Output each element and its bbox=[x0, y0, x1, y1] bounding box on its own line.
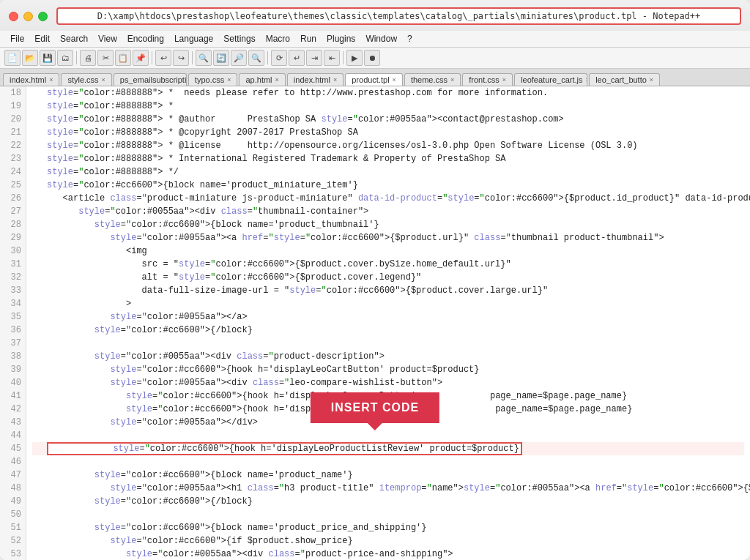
code-line-51: style="color:#cc6600">{block name='produ… bbox=[32, 521, 744, 534]
code-line-31: src = "style="color:#cc6600">{$product.c… bbox=[32, 258, 744, 271]
code-line-22: style="color:#888888"> * @license http:/… bbox=[32, 139, 744, 152]
code-line-45: style="color:#cc6600">{hook h='displayLe… bbox=[32, 442, 744, 455]
toolbar-record[interactable]: ⏺ bbox=[364, 50, 380, 66]
toolbar-saveall[interactable]: 🗂 bbox=[57, 50, 73, 66]
code-line-35: style="color:#0055aa"></a> bbox=[32, 310, 744, 324]
toolbar-sync[interactable]: ⟳ bbox=[271, 50, 287, 66]
insert-code-button[interactable]: INSERT CODE bbox=[311, 392, 439, 423]
close-button[interactable] bbox=[9, 12, 18, 21]
tab-style-css[interactable]: style.css × bbox=[61, 73, 111, 86]
toolbar-wrap[interactable]: ↵ bbox=[289, 50, 305, 66]
code-line-18: style="color:#888888"> * needs please re… bbox=[32, 86, 744, 100]
menu-settings[interactable]: Settings bbox=[219, 32, 259, 45]
tab-close-4[interactable]: × bbox=[227, 76, 231, 83]
tab-ap-html[interactable]: ap.html × bbox=[239, 73, 285, 86]
toolbar-open[interactable]: 📂 bbox=[22, 50, 38, 66]
toolbar-find[interactable]: 🔍 bbox=[196, 50, 212, 66]
traffic-lights bbox=[9, 12, 48, 21]
tab-leo-cart-btn[interactable]: leo_cart_butto × bbox=[589, 73, 660, 86]
code-line-29: style="color:#0055aa"><a href="style="co… bbox=[32, 231, 744, 244]
toolbar-print[interactable]: 🖨 bbox=[80, 50, 96, 66]
tab-close-8[interactable]: × bbox=[450, 76, 454, 83]
code-line-32: alt = "style="color:#cc6600">{$product.c… bbox=[32, 271, 744, 284]
menu-view[interactable]: View bbox=[94, 32, 122, 45]
menu-encoding[interactable]: Encoding bbox=[123, 32, 168, 45]
toolbar-macro[interactable]: ▶ bbox=[346, 50, 363, 66]
tab-close-1[interactable]: × bbox=[49, 76, 53, 83]
menu-window[interactable]: Window bbox=[361, 32, 401, 45]
tab-close-6[interactable]: × bbox=[333, 76, 337, 83]
tab-front-css[interactable]: front.css × bbox=[462, 73, 513, 86]
tab-product-tpl[interactable]: product.tpl × bbox=[345, 73, 403, 86]
code-line-46 bbox=[32, 455, 744, 468]
tab-close-7[interactable]: × bbox=[393, 76, 396, 83]
tab-close-11[interactable]: × bbox=[650, 76, 653, 83]
code-line-38: ■ style="color:#0055aa"><div class="prod… bbox=[32, 350, 744, 363]
menu-language[interactable]: Language bbox=[170, 32, 218, 45]
toolbar-undo[interactable]: ↩ bbox=[155, 50, 171, 66]
tab-typo-css[interactable]: typo.css × bbox=[188, 73, 238, 86]
code-line-21: style="color:#888888"> * @copyright 2007… bbox=[32, 126, 744, 139]
tab-leofeature-cart[interactable]: leofeature_cart.js × bbox=[514, 73, 587, 86]
line-numbers: 1819202122232425262728293031323334353637… bbox=[0, 86, 26, 560]
tab-bar: index.html × style.css × ps_emailsubscri… bbox=[0, 69, 750, 86]
code-line-25: style="color:#cc6600">{block name='produ… bbox=[32, 179, 744, 192]
editor-container[interactable]: 1819202122232425262728293031323334353637… bbox=[0, 86, 750, 560]
toolbar: 📄 📂 💾 🗂 🖨 ✂ 📋 📌 ↩ ↪ 🔍 🔄 🔎 🔍 ⟳ ↵ ⇥ ⇤ ▶ ⏺ bbox=[0, 48, 750, 69]
code-line-48: style="color:#0055aa"><h1 class="h3 prod… bbox=[32, 482, 744, 495]
tab-close-9[interactable]: × bbox=[502, 76, 506, 83]
tab-index-html-1[interactable]: index.html × bbox=[3, 73, 59, 86]
toolbar-sep3 bbox=[192, 51, 193, 64]
toolbar-zoom-in[interactable]: 🔎 bbox=[231, 50, 247, 66]
code-line-36: style="color:#cc6600">{/block} bbox=[32, 324, 744, 337]
menu-search[interactable]: Search bbox=[56, 32, 92, 45]
toolbar-sep2 bbox=[152, 51, 152, 64]
code-line-24: style="color:#888888"> */ bbox=[32, 165, 744, 179]
maximize-button[interactable] bbox=[38, 12, 48, 21]
code-line-44 bbox=[32, 429, 744, 442]
hook-highlight-box: style="color:#cc6600">{hook h='displayLe… bbox=[47, 442, 522, 455]
code-line-47: style="color:#cc6600">{block name='produ… bbox=[32, 468, 744, 482]
toolbar-sep5 bbox=[343, 51, 344, 64]
window-body: index.html × style.css × ps_emailsubscri… bbox=[0, 69, 750, 560]
code-line-28: style="color:#cc6600">{block name='produ… bbox=[32, 218, 744, 231]
toolbar-paste[interactable]: 📌 bbox=[133, 50, 149, 66]
title-path: D:\xamp\htdocs\prestashop\leofeature\the… bbox=[56, 7, 741, 25]
toolbar-sep1 bbox=[76, 51, 77, 64]
code-line-19: style="color:#888888"> * bbox=[32, 100, 744, 113]
menu-plugins[interactable]: Plugins bbox=[322, 32, 360, 45]
menu-file[interactable]: File bbox=[6, 32, 29, 45]
toolbar-indent[interactable]: ⇥ bbox=[306, 50, 322, 66]
tab-close-5[interactable]: × bbox=[275, 76, 279, 83]
code-line-30: <img bbox=[32, 244, 744, 258]
tab-close-2[interactable]: × bbox=[102, 76, 105, 83]
code-line-49: style="color:#cc6600">{/block} bbox=[32, 495, 744, 508]
code-line-33: data-full-size-image-url = "style="color… bbox=[32, 284, 744, 297]
toolbar-copy[interactable]: 📋 bbox=[115, 50, 131, 66]
menu-macro[interactable]: Macro bbox=[261, 32, 294, 45]
menu-help[interactable]: ? bbox=[403, 32, 417, 45]
code-line-40: ■ style="color:#0055aa"><div class="leo-… bbox=[32, 376, 744, 389]
toolbar-zoom-out[interactable]: 🔍 bbox=[248, 50, 264, 66]
toolbar-unindent[interactable]: ⇤ bbox=[324, 50, 340, 66]
toolbar-replace[interactable]: 🔄 bbox=[213, 50, 229, 66]
tab-ps-email[interactable]: ps_emailsubscription.tpl × bbox=[114, 73, 187, 86]
code-line-52: style="color:#cc6600">{if $product.show_… bbox=[32, 534, 744, 548]
code-line-20: style="color:#888888"> * @author PrestaS… bbox=[32, 113, 744, 126]
code-line-50 bbox=[32, 508, 744, 521]
menu-run[interactable]: Run bbox=[296, 32, 321, 45]
code-line-26: <article class="product-miniature js-pro… bbox=[32, 192, 744, 205]
tab-close-10[interactable]: × bbox=[586, 76, 588, 83]
menu-edit[interactable]: Edit bbox=[30, 32, 54, 45]
toolbar-sep4 bbox=[267, 51, 268, 64]
tab-index-html-2[interactable]: index.html × bbox=[287, 73, 344, 86]
toolbar-save[interactable]: 💾 bbox=[40, 50, 56, 66]
minimize-button[interactable] bbox=[23, 12, 33, 21]
tab-theme-css[interactable]: theme.css × bbox=[404, 73, 461, 86]
code-line-27: style="color:#0055aa"><div class="thumbn… bbox=[32, 205, 744, 218]
toolbar-cut[interactable]: ✂ bbox=[97, 50, 114, 66]
toolbar-new[interactable]: 📄 bbox=[4, 50, 21, 66]
code-area[interactable]: style="color:#888888"> * needs please re… bbox=[26, 86, 750, 560]
toolbar-redo[interactable]: ↪ bbox=[173, 50, 189, 66]
menu-bar: File Edit Search View Encoding Language … bbox=[0, 31, 750, 48]
